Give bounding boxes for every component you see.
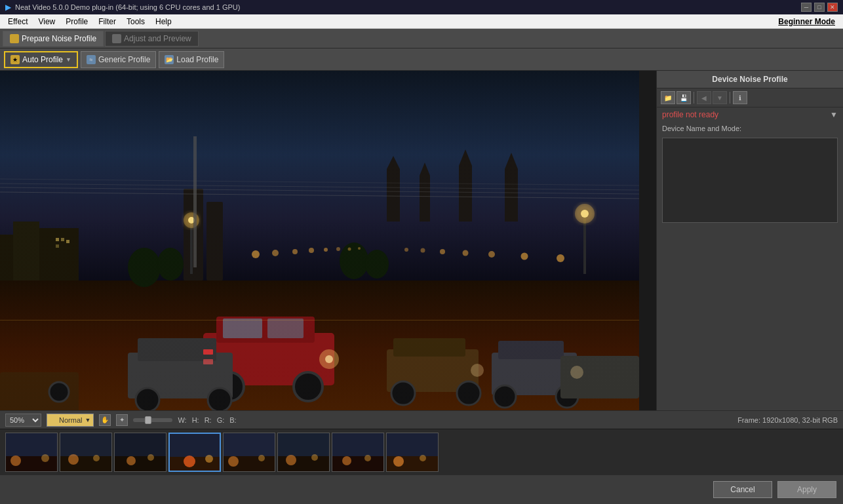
panel-info-button[interactable]: ℹ — [733, 91, 747, 104]
action-bar: Cancel Apply — [0, 475, 843, 504]
svg-point-82 — [41, 454, 49, 462]
svg-rect-100 — [278, 456, 330, 472]
brightness-slider[interactable] — [133, 418, 172, 422]
svg-point-98 — [258, 455, 265, 461]
panel-title: Device Noise Profile — [657, 71, 843, 88]
svg-point-86 — [93, 455, 100, 461]
svg-rect-73 — [0, 71, 639, 410]
filmstrip-thumb-5[interactable] — [223, 433, 275, 472]
beginner-mode-button[interactable]: Beginner Mode — [778, 17, 840, 26]
svg-point-93 — [184, 456, 195, 467]
panel-toolbar-separator-2 — [730, 92, 730, 104]
generic-profile-icon: ≈ — [87, 55, 96, 64]
apply-button[interactable]: Apply — [777, 481, 836, 498]
svg-rect-84 — [60, 456, 112, 472]
tab-bar: Prepare Noise Profile Adjust and Preview — [0, 29, 843, 48]
filmstrip — [0, 429, 843, 475]
window-controls: ─ □ ✕ — [801, 3, 838, 12]
g-label: G: — [217, 416, 225, 424]
h-label: H: — [192, 416, 199, 424]
prepare-icon — [10, 34, 19, 43]
svg-point-94 — [205, 455, 213, 463]
minimize-button[interactable]: ─ — [801, 3, 812, 12]
right-panel: Device Noise Profile 📁 💾 ◀ ▼ ℹ profile n… — [656, 71, 843, 410]
panel-toolbar: 📁 💾 ◀ ▼ ℹ — [657, 88, 843, 107]
auto-profile-icon: ★ — [10, 55, 20, 64]
svg-point-85 — [68, 454, 79, 465]
svg-point-106 — [364, 455, 371, 461]
auto-profile-dropdown-icon: ▼ — [66, 56, 71, 63]
panel-prev-button[interactable]: ◀ — [697, 91, 711, 104]
svg-point-102 — [311, 454, 318, 461]
content-row: Device Noise Profile 📁 💾 ◀ ▼ ℹ profile n… — [0, 71, 843, 410]
svg-point-90 — [147, 454, 154, 461]
svg-rect-78 — [193, 136, 197, 267]
menu-help[interactable]: Help — [150, 16, 177, 28]
panel-save-button[interactable]: 💾 — [676, 91, 691, 104]
filmstrip-thumb-4[interactable] — [168, 433, 221, 472]
slider-handle — [145, 416, 151, 424]
cancel-button[interactable]: Cancel — [713, 481, 772, 498]
svg-point-81 — [10, 456, 21, 466]
filmstrip-thumb-7[interactable] — [332, 433, 384, 472]
svg-point-110 — [420, 455, 426, 461]
svg-point-109 — [393, 456, 404, 467]
w-label: W: — [178, 416, 186, 424]
menu-bar: Effect View Profile Filter Tools Help Be… — [0, 14, 843, 29]
filmstrip-thumb-3[interactable] — [114, 433, 167, 472]
filmstrip-thumb-6[interactable] — [277, 433, 330, 472]
eyedropper-tool-button[interactable]: ✦ — [116, 414, 128, 426]
auto-profile-button[interactable]: ★ Auto Profile ▼ — [4, 51, 78, 68]
svg-point-89 — [127, 456, 136, 465]
menu-profile[interactable]: Profile — [60, 16, 93, 28]
frame-info: Frame: 1920x1080, 32-bit RGB — [737, 416, 838, 424]
maximize-button[interactable]: □ — [814, 3, 825, 12]
filmstrip-thumb-8[interactable] — [386, 433, 439, 472]
panel-toolbar-separator — [694, 92, 694, 104]
app-icon: ▶ — [5, 3, 11, 12]
menu-view[interactable]: View — [33, 16, 60, 28]
menu-tools[interactable]: Tools — [121, 16, 150, 28]
load-profile-button[interactable]: 📂 Load Profile — [159, 51, 224, 68]
video-frame — [0, 71, 639, 410]
svg-point-101 — [286, 455, 296, 465]
svg-point-97 — [228, 456, 239, 467]
menu-filter[interactable]: Filter — [93, 16, 121, 28]
svg-rect-88 — [115, 456, 167, 472]
main-wrapper: Device Noise Profile 📁 💾 ◀ ▼ ℹ profile n… — [0, 71, 843, 504]
r-label: R: — [205, 416, 212, 424]
b-label: B: — [229, 416, 236, 424]
blend-mode-select[interactable]: Normal ▼ — [47, 414, 94, 427]
device-name-box — [662, 138, 838, 223]
svg-rect-92 — [170, 457, 221, 472]
dropdown-arrow-icon: ▼ — [830, 110, 838, 119]
tab-adjust[interactable]: Adjust and Preview — [105, 31, 199, 47]
main-toolbar: ★ Auto Profile ▼ ≈ Generic Profile 📂 Loa… — [0, 48, 843, 71]
close-button[interactable]: ✕ — [827, 3, 838, 12]
device-name-label: Device Name and Mode: — [657, 122, 843, 135]
title-bar-text: Neat Video 5.0.0 Demo plug-in (64-bit; u… — [15, 3, 240, 11]
tab-prepare[interactable]: Prepare Noise Profile — [3, 31, 104, 47]
load-profile-icon: 📂 — [165, 55, 174, 64]
hand-tool-button[interactable]: ✋ — [99, 414, 111, 426]
profile-not-ready-label: profile not ready — [662, 110, 718, 119]
generic-profile-button[interactable]: ≈ Generic Profile — [81, 51, 156, 68]
title-bar: ▶ Neat Video 5.0.0 Demo plug-in (64-bit;… — [0, 0, 843, 14]
profile-status: profile not ready ▼ — [657, 107, 843, 122]
adjust-icon — [112, 34, 121, 43]
panel-folder-button[interactable]: 📁 — [661, 91, 675, 104]
svg-point-105 — [342, 456, 351, 465]
zoom-select[interactable]: 50% 25% 100% — [5, 414, 41, 427]
panel-next-button[interactable]: ▼ — [713, 91, 727, 104]
svg-rect-104 — [332, 456, 384, 472]
status-bar: 50% 25% 100% Normal ▼ ✋ ✦ W: H: R: G: B:… — [0, 410, 843, 429]
video-area — [0, 71, 656, 410]
blend-dropdown-icon: ▼ — [85, 417, 90, 423]
filmstrip-thumb-1[interactable] — [5, 433, 58, 472]
filmstrip-thumb-2[interactable] — [60, 433, 112, 472]
menu-effect[interactable]: Effect — [3, 16, 33, 28]
